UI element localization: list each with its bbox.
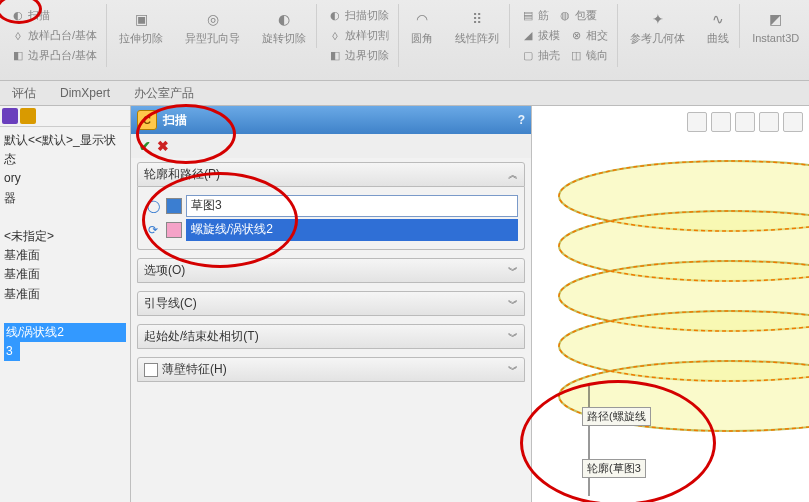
rib-label: 筋 [538,8,549,23]
tree-plane-2[interactable]: 基准面 [4,265,126,284]
tree-plane-3[interactable]: 基准面 [4,285,126,304]
tab-office[interactable]: 办公室产品 [126,83,202,104]
intersect-icon: ⊗ [569,29,583,43]
loft-cut-icon: ◊ [328,29,342,43]
path-field[interactable]: 螺旋线/涡状线2 [186,219,518,241]
property-manager: C 扫描 ? ✔ ✖ 轮廓和路径(P) ︽ ◯ 草图3 ⟳ [131,106,532,502]
section-view-icon[interactable] [783,112,803,132]
tree-plane-1[interactable]: 基准面 [4,246,126,265]
ribbon-group-sweep: ◐扫描 ◊放样凸台/基体 ◧边界凸台/基体 [2,4,107,67]
section-options-label: 选项(O) [144,262,185,279]
intersect-label: 相交 [586,28,608,43]
loft-boss-button[interactable]: ◊放样凸台/基体 [8,26,100,45]
fillet-label: 圆角 [411,32,433,44]
section-guides-label: 引导线(C) [144,295,197,312]
view-toolbar [687,112,803,132]
curves-group: ∿ 曲线 [697,4,740,48]
curves-icon: ∿ [707,8,729,30]
section-profile-path-body: ◯ 草图3 ⟳ 螺旋线/涡状线2 [137,187,525,250]
cut-sub-group: ◐扫描切除 ◊放样切割 ◧边界切除 [319,4,399,67]
section-profile-path-header[interactable]: 轮廓和路径(P) ︽ [137,162,525,187]
section-options-header[interactable]: 选项(O) ︾ [137,258,525,283]
rev-cut-group: ◐ 旋转切除 [252,4,317,48]
tree-material[interactable]: <未指定> [4,227,126,246]
cancel-button[interactable]: ✖ [157,138,169,154]
path-row: ⟳ 螺旋线/涡状线2 [144,219,518,241]
help-icon[interactable]: ? [518,113,525,127]
curves-button[interactable]: ∿ 曲线 [703,6,733,46]
rev-cut-label: 旋转切除 [262,32,306,44]
boundary-boss-button[interactable]: ◧边界凸台/基体 [8,46,100,65]
section-thin-label: 薄壁特征(H) [162,361,227,378]
extrude-cut-button[interactable]: ▣ 拉伸切除 [115,6,167,46]
fillet-button[interactable]: ◠ 圆角 [407,6,437,46]
section-guides: 引导线(C) ︾ [137,291,525,316]
confirm-row: ✔ ✖ [131,134,531,158]
sweep-icon: ◐ [11,9,25,23]
loft-label: 放样凸台/基体 [28,28,97,43]
sweep-cut-button[interactable]: ◐扫描切除 [325,6,392,25]
linear-pattern-button[interactable]: ⠿ 线性阵列 [451,6,503,46]
ref-geo-button[interactable]: ✦ 参考几何体 [626,6,689,46]
zoom-area-icon[interactable] [711,112,731,132]
rev-cut-icon: ◐ [273,8,295,30]
mirror-icon: ◫ [569,49,583,63]
section-tangency-header[interactable]: 起始处/结束处相切(T) ︾ [137,324,525,349]
view-orient-icon[interactable] [735,112,755,132]
wrap-label: 包覆 [575,8,597,23]
profile-field[interactable]: 草图3 [186,195,518,217]
profile-icon: ◯ [144,199,162,213]
sweep-title-icon: C [137,110,157,130]
ref-geo-icon: ✦ [647,8,669,30]
hole-wizard-button[interactable]: ◎ 异型孔向导 [181,6,244,46]
ref-geo-label: 参考几何体 [630,32,685,44]
instant3d-group: ◩ Instant3D [742,4,809,48]
main-area: 默认<<默认>_显示状态 ory 器 <未指定> 基准面 基准面 基准面 线/涡… [0,106,809,502]
instant3d-button[interactable]: ◩ Instant3D [748,6,803,46]
shell-button[interactable]: ▢抽壳 ◫镜向 [518,46,611,65]
section-thin-header[interactable]: 薄壁特征(H) ︾ [137,357,525,382]
mirror-label: 镜向 [586,48,608,63]
chevron-down-icon: ︾ [508,330,518,344]
display-style-icon[interactable] [759,112,779,132]
instant3d-icon: ◩ [765,8,787,30]
extrude-cut-icon: ▣ [130,8,152,30]
sweep-button[interactable]: ◐扫描 [8,6,100,25]
rib-button[interactable]: ▤筋 ◍包覆 [518,6,611,25]
section-thin: 薄壁特征(H) ︾ [137,357,525,382]
tree-sensors[interactable]: 器 [4,189,126,208]
chevron-down-icon: ︾ [508,297,518,311]
boundary-cut-button[interactable]: ◧边界切除 [325,46,392,65]
tree-helix[interactable]: 线/涡状线2 [4,323,126,342]
boundary-cut-label: 边界切除 [345,48,389,63]
tab-evaluate[interactable]: 评估 [4,83,44,104]
spring-preview [532,136,809,502]
rib-icon: ▤ [521,9,535,23]
section-options: 选项(O) ︾ [137,258,525,283]
draft-button[interactable]: ◢拔模 ⊗相交 [518,26,611,45]
section-guides-header[interactable]: 引导线(C) ︾ [137,291,525,316]
tab-dimxpert[interactable]: DimXpert [52,84,118,102]
draft-icon: ◢ [521,29,535,43]
tree-tab-2[interactable] [20,108,36,124]
panel-title-bar: C 扫描 ? [131,106,531,134]
loft-cut-button[interactable]: ◊放样切割 [325,26,392,45]
sweep-cut-icon: ◐ [328,9,342,23]
chevron-down-icon: ︾ [508,363,518,377]
graphics-viewport[interactable]: 路径(螺旋线 轮廓(草图3 [532,106,809,502]
feature-sub-group: ▤筋 ◍包覆 ◢拔模 ⊗相交 ▢抽壳 ◫镜向 [512,4,618,67]
tree-display-state[interactable]: 默认<<默认>_显示状态 [4,131,126,169]
draft-label: 拔模 [538,28,560,43]
tree-sketch[interactable]: 3 [4,342,20,361]
rev-cut-button[interactable]: ◐ 旋转切除 [258,6,310,46]
extrude-cut-group: ▣ 拉伸切除 [109,4,173,48]
zoom-fit-icon[interactable] [687,112,707,132]
sweep-cut-label: 扫描切除 [345,8,389,23]
fillet-icon: ◠ [411,8,433,30]
tree-tab-1[interactable] [2,108,18,124]
pattern-group: ⠿ 线性阵列 [445,4,510,48]
thin-feature-checkbox[interactable] [144,363,158,377]
path-color-swatch [166,222,182,238]
tree-history[interactable]: ory [4,169,126,188]
ok-button[interactable]: ✔ [139,138,151,154]
